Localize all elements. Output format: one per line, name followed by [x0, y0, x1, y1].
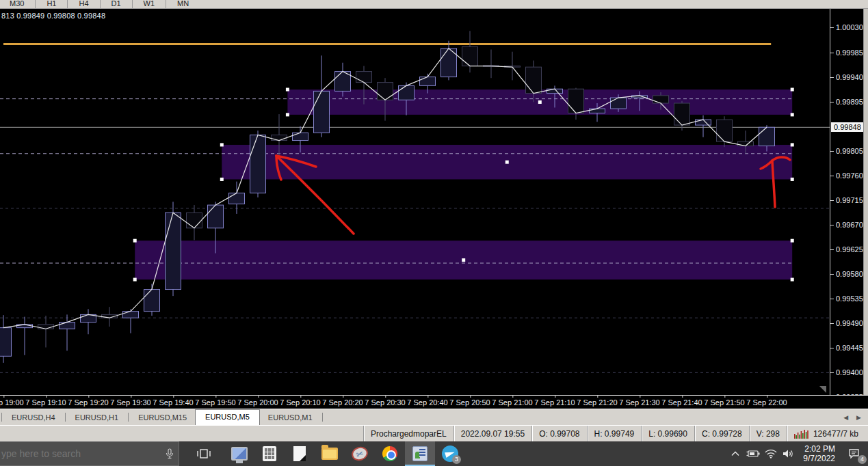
candle-19:30[interactable] — [123, 312, 139, 318]
file-explorer-icon[interactable] — [315, 441, 345, 466]
time-axis-label: 7 Sep 20:50 — [449, 398, 490, 407]
window-edge-strip — [863, 9, 868, 409]
timeframe-button-W1[interactable]: W1 — [138, 0, 161, 9]
time-axis-label: 7 Sep 19:50 — [195, 398, 235, 407]
price-axis-label: 0.99400 — [836, 368, 863, 376]
tab-eurusd-h4[interactable]: EURUSD,H4 — [3, 411, 64, 424]
chrome-icon[interactable] — [375, 441, 405, 466]
zone-selection-handle[interactable] — [133, 239, 137, 243]
zone-selection-handle[interactable] — [791, 239, 794, 243]
candle-low: L: 0.99690 — [641, 426, 694, 441]
taskbar-clock[interactable]: 2:02 PM 9/7/2022 — [798, 444, 841, 463]
price-axis-label: 0.99715 — [836, 196, 863, 204]
timeframe-button-H4[interactable]: H4 — [73, 0, 94, 9]
zone-selection-handle[interactable] — [220, 143, 224, 146]
snipping-tool-icon[interactable]: ✂ — [345, 441, 375, 466]
price-axis-label: 0.99490 — [836, 319, 863, 327]
candle-19:00[interactable] — [0, 328, 12, 357]
candle-volume: V: 298 — [749, 426, 787, 441]
metatrader-icon[interactable] — [405, 441, 435, 466]
price-axis[interactable]: 0.99848 1.000300.999850.999400.998950.99… — [830, 9, 863, 395]
candle-19:50[interactable] — [208, 205, 224, 228]
time-axis[interactable]: 7 Sep 19:007 Sep 19:107 Sep 19:207 Sep 1… — [0, 395, 868, 409]
notepad-icon[interactable] — [285, 441, 315, 466]
tab-separator — [322, 413, 323, 422]
candle-21:35[interactable] — [653, 96, 669, 103]
volume-icon[interactable] — [780, 441, 798, 466]
time-axis-label: 7 Sep 19:00 — [0, 398, 24, 407]
search-input[interactable] — [0, 448, 161, 459]
candle-20:30[interactable] — [378, 83, 393, 100]
zone-selection-handle[interactable] — [791, 278, 794, 282]
bid-price-badge: 0.99848 — [831, 122, 867, 132]
tab-eurusd-m5-active[interactable]: EURUSD,M5 — [195, 409, 260, 425]
price-axis-label: 0.99760 — [836, 172, 863, 180]
pc-icon[interactable] — [224, 441, 254, 466]
candle-22:00[interactable] — [759, 127, 775, 146]
zone-selection-handle[interactable] — [462, 258, 465, 262]
candle-19:45[interactable] — [187, 213, 202, 228]
candle-21:55[interactable] — [738, 141, 754, 146]
candle-20:00[interactable] — [250, 135, 266, 193]
candle-20:25[interactable] — [356, 72, 372, 83]
candle-19:10[interactable] — [38, 325, 54, 329]
candle-high: H: 0.99749 — [587, 426, 642, 441]
candle-19:15[interactable] — [60, 323, 75, 329]
candle-19:55[interactable] — [229, 193, 245, 204]
tab-eurusd-m1[interactable]: EURUSD,M1 — [260, 411, 321, 424]
candle-close: C: 0.99728 — [694, 426, 749, 441]
candle-20:35[interactable] — [399, 85, 415, 100]
zone-selection-handle[interactable] — [286, 88, 289, 92]
zone-selection-handle[interactable] — [286, 113, 289, 116]
tab-scroll-right-icon[interactable]: ▶ — [856, 414, 861, 421]
zone-selection-handle[interactable] — [791, 113, 794, 116]
wifi-icon[interactable] — [762, 441, 780, 466]
time-axis-label: 7 Sep 21:50 — [704, 398, 744, 407]
time-axis-label: 7 Sep 19:30 — [110, 398, 150, 407]
clock-date: 9/7/2022 — [803, 454, 835, 463]
microphone-icon[interactable] — [161, 448, 179, 459]
candle-open: O: 0.99708 — [531, 426, 586, 441]
timeframe-button-MN[interactable]: MN — [172, 0, 194, 9]
time-axis-label: 7 Sep 21:20 — [577, 398, 617, 407]
zone-selection-handle[interactable] — [133, 278, 137, 282]
candle-21:15[interactable] — [568, 89, 584, 113]
candle-21:05[interactable] — [526, 67, 542, 93]
task-view-icon[interactable] — [189, 441, 219, 466]
telegram-icon[interactable]: 3 — [435, 441, 465, 466]
calculator-icon[interactable] — [254, 441, 285, 466]
zone-selection-handle[interactable] — [791, 143, 794, 146]
zone-selection-handle[interactable] — [791, 178, 794, 181]
timeframe-button-D1[interactable]: D1 — [106, 0, 127, 9]
candle-21:20[interactable] — [590, 109, 605, 113]
zone-selection-handle[interactable] — [505, 161, 509, 164]
taskbar-search[interactable] — [0, 441, 179, 466]
connection-traffic: 126477/7 kb — [787, 426, 868, 441]
tray-expand-chevron-icon[interactable] — [726, 441, 744, 466]
candle-20:05[interactable] — [272, 135, 287, 141]
tab-eurusd-m15[interactable]: EURUSD,M15 — [130, 411, 195, 424]
tab-scroll-left-icon[interactable]: ◀ — [843, 414, 848, 421]
candle-19:40[interactable] — [166, 213, 181, 289]
chart-shift-marker[interactable] — [819, 386, 826, 393]
chart-area[interactable]: 813 0.99849 0.99808 0.99848 — [0, 9, 830, 395]
candle-21:40[interactable] — [674, 103, 690, 125]
candle-21:10[interactable] — [547, 89, 563, 93]
candle-21:25[interactable] — [611, 98, 627, 109]
zone-selection-handle[interactable] — [791, 88, 794, 92]
candle-20:15[interactable] — [314, 91, 330, 133]
battery-icon[interactable] — [744, 441, 762, 466]
candle-20:40[interactable] — [420, 77, 436, 86]
candle-21:45[interactable] — [696, 120, 711, 125]
candle-20:10[interactable] — [293, 133, 308, 140]
zone-selection-handle[interactable] — [220, 178, 224, 181]
notification-center-icon[interactable]: 4 — [841, 441, 868, 466]
candle-19:35[interactable] — [144, 290, 160, 312]
candlestick-chart[interactable] — [0, 9, 830, 395]
zone-selection-handle[interactable] — [538, 100, 542, 104]
timeframe-button-M30[interactable]: M30 — [4, 0, 29, 9]
tab-eurusd-h1[interactable]: EURUSD,H1 — [67, 411, 127, 424]
timeframe-button-H1[interactable]: H1 — [41, 0, 62, 9]
candle-21:50[interactable] — [717, 120, 733, 141]
candle-20:50[interactable] — [462, 46, 478, 66]
